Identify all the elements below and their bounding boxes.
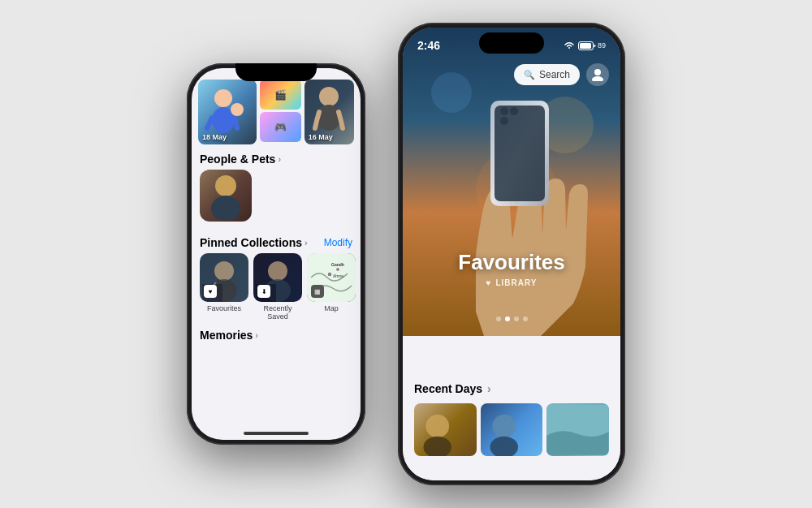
svg-point-27 [510, 107, 518, 115]
map-label: Map [324, 304, 339, 312]
recent-thumb-2[interactable] [481, 403, 543, 456]
mini-photo-1[interactable]: 🎬 [260, 80, 301, 110]
recent-days-row [414, 403, 609, 456]
map-icon: ▦ [311, 285, 324, 298]
svg-point-31 [594, 69, 601, 75]
svg-line-3 [235, 118, 237, 128]
recent-svg-2 [481, 403, 543, 456]
svg-point-36 [490, 437, 518, 456]
saved-label: Recently Saved [253, 304, 302, 321]
photo-date-1: 18 May [202, 133, 227, 141]
dot-2 [505, 316, 510, 321]
recent-days-header: Recent Days › [414, 382, 609, 395]
svg-point-4 [231, 103, 244, 116]
svg-point-6 [317, 105, 341, 131]
dot-1 [496, 316, 501, 321]
svg-point-34 [424, 437, 452, 456]
photos-grid: 18 May 🎬 🎮 [192, 73, 361, 144]
memories-chevron: › [255, 330, 258, 340]
people-pets-chevron: › [278, 154, 281, 164]
pinned-collections-row: ♥ Favourites ⬇ Recently Saved [192, 253, 361, 327]
svg-point-26 [500, 107, 508, 115]
pinned-collections-header: Pinned Collections › Modify [192, 228, 361, 253]
collection-thumb-saved: ⬇ [253, 253, 302, 302]
svg-point-35 [492, 415, 516, 438]
pinned-chevron: › [304, 238, 308, 248]
left-phone: 18 May 🎬 🎮 [187, 63, 365, 445]
svg-point-32 [592, 76, 603, 81]
recent-days-chevron: › [487, 382, 491, 395]
favourites-overlay: Favourites ♥ LIBRARY [403, 250, 620, 287]
person-avatar[interactable] [200, 170, 252, 222]
svg-point-33 [425, 415, 449, 438]
recent-thumb-3[interactable] [546, 403, 609, 456]
svg-point-8 [211, 196, 240, 220]
person-avatar-svg [205, 171, 247, 220]
collection-thumb-map: Gandh Ahme ▦ [307, 253, 356, 302]
battery-svg [578, 41, 596, 50]
collection-recently-saved[interactable]: ⬇ Recently Saved [253, 253, 302, 321]
battery-icon: 89 [578, 41, 606, 50]
svg-point-21 [431, 72, 472, 113]
dots-indicator [403, 316, 620, 321]
wifi-icon [564, 41, 575, 50]
memories-header: Memories › [192, 327, 361, 343]
dynamic-island [479, 32, 544, 54]
search-pill-icon: 🔍 [524, 70, 535, 80]
fav-label: Favourites [207, 304, 241, 312]
fav-hero-title: Favourites [403, 250, 620, 275]
colorful-photo-2: 🎮 [260, 112, 301, 142]
search-overlay: 🔍 Search [514, 63, 609, 86]
svg-point-5 [319, 87, 339, 106]
colorful-photo-1: 🎬 [260, 80, 301, 110]
recent-thumb-1[interactable] [414, 403, 477, 456]
left-phone-screen: 18 May 🎬 🎮 [192, 68, 361, 440]
svg-point-28 [500, 117, 508, 125]
photo-date-2: 16 May [309, 133, 333, 141]
pinned-collections-title[interactable]: Pinned Collections › [200, 236, 308, 249]
memories-title[interactable]: Memories › [200, 329, 258, 342]
search-label: Search [539, 69, 570, 80]
people-pets-header: People & Pets › [192, 144, 361, 170]
saved-icon: ⬇ [257, 285, 270, 298]
collection-favourites[interactable]: ♥ Favourites [200, 253, 248, 321]
right-phone: Favourites ♥ LIBRARY 2:46 [398, 23, 625, 485]
svg-point-9 [214, 261, 234, 281]
svg-point-17 [336, 268, 340, 272]
svg-point-0 [214, 89, 232, 107]
user-icon-svg [591, 68, 604, 81]
battery-pct: 89 [598, 41, 606, 50]
dot-3 [514, 316, 519, 321]
collection-thumb-fav: ♥ [200, 253, 248, 302]
status-icons: 89 [564, 41, 606, 50]
fav-heart-icon: ♥ [486, 278, 491, 287]
fav-hero-subtitle: ♥ LIBRARY [403, 278, 620, 287]
notch [235, 63, 317, 81]
people-pets-title[interactable]: People & Pets › [200, 153, 281, 166]
mini-photo-2[interactable]: 🎮 [260, 112, 301, 142]
dot-4 [523, 316, 528, 321]
right-phone-screen: Favourites ♥ LIBRARY 2:46 [403, 28, 620, 480]
recent-days-title: Recent Days [414, 382, 482, 395]
photo-cell-baby[interactable]: 18 May [198, 80, 257, 144]
bottom-panel: Recent Days › [403, 371, 620, 480]
man-figure-svg [309, 84, 349, 140]
svg-text:Gandh: Gandh [331, 262, 344, 267]
svg-point-7 [215, 175, 236, 196]
photo-cell-man[interactable]: 16 May [304, 80, 354, 144]
svg-point-12 [268, 261, 287, 281]
collection-map[interactable]: Gandh Ahme ▦ Map [307, 253, 356, 321]
people-row [192, 170, 361, 228]
status-time: 2:46 [417, 39, 440, 52]
svg-rect-30 [580, 43, 591, 49]
home-indicator-left [244, 432, 309, 435]
modify-button[interactable]: Modify [324, 237, 352, 248]
fav-icon: ♥ [204, 285, 217, 298]
user-avatar-icon[interactable] [586, 63, 609, 86]
left-content: 18 May 🎬 🎮 [192, 68, 361, 440]
photo-grid-pair: 🎬 🎮 [260, 80, 301, 144]
baby-figure-svg [203, 84, 252, 140]
search-pill[interactable]: 🔍 Search [514, 64, 580, 85]
svg-text:Ahme: Ahme [333, 273, 343, 278]
svg-line-2 [207, 118, 212, 128]
